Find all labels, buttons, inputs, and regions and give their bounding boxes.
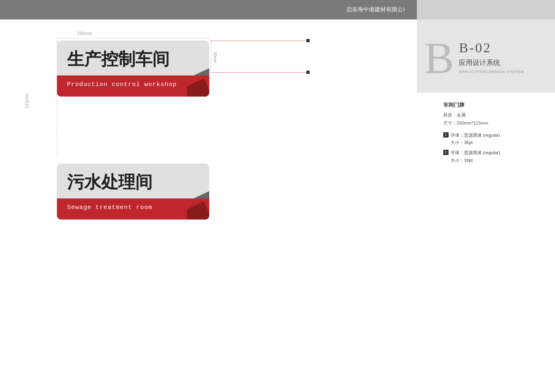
note1-block: 1 字体：思源黑体 (regular) 大小：36pt xyxy=(443,131,545,146)
sign-card-1: 生产控制车间 Production control workshop xyxy=(57,41,209,97)
sign1-stripe xyxy=(187,63,209,75)
main-area: 290mm 115mm 生产控制车间 Production control wo… xyxy=(0,19,417,392)
sign1-chinese: 生产控制车间 xyxy=(67,48,199,71)
dim-50-label: 50mm xyxy=(213,52,217,63)
sign1-stripe-inner xyxy=(187,68,209,75)
header-bar-right xyxy=(417,0,555,19)
notes-title: 车间门牌 xyxy=(443,101,545,109)
note1-size: 大小：36pt xyxy=(451,139,500,146)
sign2-stripe xyxy=(187,186,209,198)
sign2-red-stripe-inner xyxy=(187,201,209,220)
note1-font: 字体：思源黑体 (regular) xyxy=(451,131,500,139)
notes-size: 尺寸：290mm*115mm xyxy=(443,119,545,127)
note2-block: 2 字体：思源黑体 (regular) 大小：18pt xyxy=(443,149,545,164)
dim-290-label: 290mm xyxy=(77,31,92,36)
measure-dot-2 xyxy=(306,71,310,74)
company-name: 启东海中港建材有限公司 xyxy=(346,6,409,13)
big-b-letter: B xyxy=(424,36,454,80)
sign2-stripe-inner xyxy=(187,191,209,198)
dim-115-label: 115mm xyxy=(24,94,29,109)
code-system-block: B-02 应用设计系统 APPLICATION DESIGN SYSTEM xyxy=(459,38,524,74)
sign2-bottom: Sewage treatment room xyxy=(57,198,209,220)
sign1-red-stripe xyxy=(187,75,209,97)
sign2-chinese: 污水处理间 xyxy=(67,171,199,194)
sign-card-2: 污水处理间 Sewage treatment room xyxy=(57,164,209,220)
note2-text: 字体：思源黑体 (regular) 大小：18pt xyxy=(451,149,500,164)
system-name-cn: 应用设计系统 xyxy=(459,58,524,67)
sign2-red-stripe xyxy=(187,198,209,220)
notes-panel: 车间门牌 材质：金属 尺寸：290mm*115mm 1 字体：思源黑体 (reg… xyxy=(437,97,551,168)
dim-50-line xyxy=(211,41,211,72)
sign1-red-stripe-inner xyxy=(187,78,209,97)
measure-h-line-1 xyxy=(210,41,308,41)
code-number: B-02 xyxy=(459,40,524,56)
right-panel-content: B B-02 应用设计系统 APPLICATION DESIGN SYSTEM xyxy=(417,19,555,93)
measure-dot-1 xyxy=(306,39,310,42)
note1-num: 1 xyxy=(443,132,449,138)
note2-font: 字体：思源黑体 (regular) xyxy=(451,149,500,157)
note2-size: 大小：18pt xyxy=(451,157,500,164)
note1-text: 字体：思源黑体 (regular) 大小：36pt xyxy=(451,131,500,146)
sign1-english: Production control workshop xyxy=(67,81,199,88)
header-bar-left: 启东海中港建材有限公司 xyxy=(0,0,417,19)
sign2-top: 污水处理间 xyxy=(57,164,209,198)
sign1-top: 生产控制车间 xyxy=(57,41,209,75)
notes-material: 材质：金属 xyxy=(443,111,545,119)
dim-290-line xyxy=(57,38,209,39)
note2-num: 2 xyxy=(443,150,449,155)
sign1-bottom: Production control workshop xyxy=(57,75,209,97)
measure-h-line-2 xyxy=(210,72,308,73)
header-separator xyxy=(405,0,417,19)
system-name-en: APPLICATION DESIGN SYSTEM xyxy=(459,70,524,74)
sign2-english: Sewage treatment room xyxy=(67,204,199,211)
